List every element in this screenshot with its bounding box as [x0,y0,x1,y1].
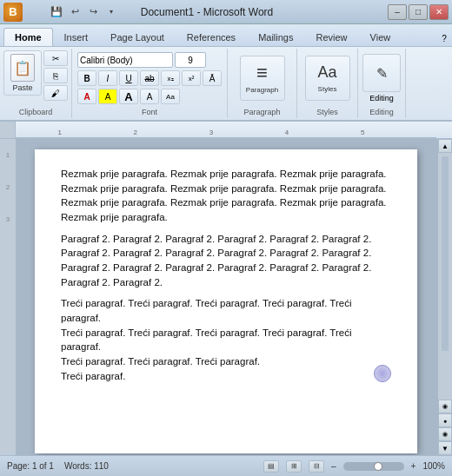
editing-group-content: ✎ Editing [362,50,401,116]
tab-review[interactable]: Review [304,28,358,46]
title-bar: B 💾 ↩ ↪ ▾ Document1 - Microsoft Word – □… [0,0,452,24]
maximize-button[interactable]: □ [409,4,428,20]
status-right: ▤ ⊞ ⊟ – + 100% [263,460,445,473]
page-info: Page: 1 of 1 [7,461,54,471]
styles-label: Styles [297,108,357,116]
tab-page-layout[interactable]: Page Layout [99,28,176,46]
tab-references[interactable]: References [176,28,247,46]
editing-label: Editing [358,108,405,116]
ribbon-help-button[interactable]: ? [436,30,452,46]
document-page[interactable]: Rezmak prije paragrafa. Rezmak prije par… [35,149,417,453]
ruler-mark-3: 3 [209,129,213,136]
ribbon-tab-bar: Home Insert Page Layout References Maili… [0,24,452,47]
superscript-button[interactable]: x² [182,70,201,86]
para-3-line-2: Treći paragraf. Treći paragraf. Treći pa… [61,326,391,354]
para-2-line-4: Paragraf 2. Paragraf 2. [61,275,391,290]
zoom-slider[interactable] [343,462,404,471]
para-3-line-1: Treći paragraf. Treći paragraf. Treći pa… [61,296,391,325]
ruler-mark-1: 1 [57,129,61,136]
font-size-input[interactable] [175,52,206,68]
paragraph-icon: ≡ [256,63,268,83]
editing-button-label: Editing [369,94,394,102]
scroll-thumb[interactable] [442,156,449,351]
font-size-grow-button[interactable]: A [119,89,138,104]
paragraph-button[interactable]: ≡ Paragraph [240,56,285,101]
vertical-scrollbar: ▲ ◉ ● ◉ ▼ [438,139,452,455]
styles-group-content: Aa Styles [305,50,350,116]
scroll-up-button[interactable]: ▲ [438,139,452,153]
font-label: Font [72,108,227,116]
italic-button[interactable]: I [98,70,117,86]
change-case-button[interactable]: Aa [161,89,180,104]
web-layout-button[interactable]: ⊟ [309,460,324,473]
ribbon-group-styles: Aa Styles Styles [297,49,358,118]
clear-formatting-button[interactable]: Ā [203,70,222,86]
status-bar: Page: 1 of 1 Words: 110 ▤ ⊞ ⊟ – + 100% [0,455,452,476]
full-screen-button[interactable]: ⊞ [286,460,302,473]
print-layout-button[interactable]: ▤ [263,460,279,473]
ruler-mark-5: 5 [361,129,364,136]
app-icon: B [3,3,23,22]
editing-button[interactable]: ✎ [362,54,401,92]
quick-access-dropdown-button[interactable]: ▾ [103,3,119,19]
styles-icon: Aa [317,63,336,82]
ruler: 1 2 3 4 5 [0,122,452,139]
paragraph-label: Paragraph [228,108,296,116]
prev-page-button[interactable]: ◉ [438,400,452,413]
styles-button[interactable]: Aa Styles [305,56,350,101]
font-family-input[interactable] [77,52,173,68]
para-3-line-3: Treći paragraf. Treći paragraf. Treći pa… [61,354,391,369]
strikethrough-button[interactable]: ab [140,70,159,86]
zoom-thumb[interactable] [374,462,382,471]
tab-view[interactable]: View [359,28,402,46]
ribbon-group-editing: ✎ Editing Editing [358,49,406,118]
window-controls: – □ ✕ [388,4,449,20]
save-button[interactable]: 💾 [49,3,64,19]
close-button[interactable]: ✕ [429,4,449,20]
tab-home[interactable]: Home [3,28,53,46]
scroll-track [438,153,452,400]
ribbon-group-paragraph: ≡ Paragraph Paragraph [228,49,297,118]
para-3-line-4: Treći paragraf. [61,369,391,384]
quick-access-toolbar: 💾 ↩ ↪ ▾ [49,3,119,19]
tab-mailings[interactable]: Mailings [247,28,304,46]
styles-button-label: Styles [318,85,337,93]
paste-icon: 📋 [10,54,35,82]
scroll-down-button[interactable]: ▼ [438,441,452,455]
tab-insert[interactable]: Insert [53,28,100,46]
minimize-button[interactable]: – [388,4,407,20]
font-size-shrink-button[interactable]: A [140,89,159,104]
ribbon-panel: 📋 Paste ✂ ⎘ 🖌 Clipboard B I [0,47,452,122]
document-area: 1 2 3 Rezmak prije paragrafa. Rezmak pri… [0,139,452,455]
para-1-line-4: Rezmak prije paragrafa. [61,210,391,225]
paragraph-2: Paragraf 2. Paragraf 2. Paragraf 2. Para… [61,232,391,290]
highlight-button[interactable]: A [98,89,117,104]
subscript-button[interactable]: x₂ [161,70,180,86]
zoom-in-button[interactable]: + [411,461,416,471]
paste-button[interactable]: 📋 Paste [3,50,42,96]
redo-button[interactable]: ↪ [85,3,101,19]
para-1-line-2: Rezmak prije paragrafa. Rezmak prije par… [61,182,391,196]
ruler-mark-2: 2 [134,129,137,136]
editing-icon: ✎ [376,65,388,82]
font-color-button[interactable]: A [77,89,96,104]
select-browse-button[interactable]: ● [438,413,452,427]
underline-button[interactable]: U [119,70,138,86]
ribbon-group-font: B I U ab x₂ x² Ā A A A A Aa Font [72,49,228,118]
bold-button[interactable]: B [77,70,96,86]
ruler-marks: 1 2 3 4 5 [16,122,436,138]
word-count: Words: 110 [64,461,109,471]
next-page-button[interactable]: ◉ [438,427,452,441]
para-2-line-3: Paragraf 2. Paragraf 2. Paragraf 2. Para… [61,261,391,275]
undo-button[interactable]: ↩ [67,3,83,19]
format-painter-button[interactable]: 🖌 [43,85,68,101]
ruler-corner [0,122,16,138]
para-2-line-2: Paragraf 2. Paragraf 2. Paragraf 2. Para… [61,246,391,261]
paragraph-button-label: Paragraph [246,86,278,94]
zoom-out-button[interactable]: – [331,461,336,471]
cut-button[interactable]: ✂ [43,50,68,66]
clipboard-label: Clipboard [0,108,71,116]
copy-button[interactable]: ⎘ [43,68,68,83]
page-scroll-area: Rezmak prije paragrafa. Rezmak prije par… [0,139,452,455]
ruler-mark-4: 4 [285,129,289,136]
